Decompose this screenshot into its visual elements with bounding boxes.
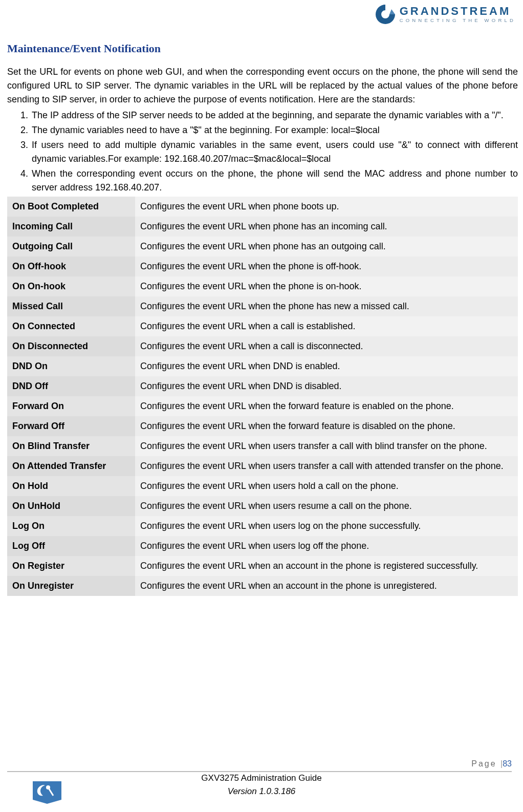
event-name: On Register bbox=[7, 556, 135, 576]
event-name: On UnHold bbox=[7, 496, 135, 516]
event-name: Missed Call bbox=[7, 296, 135, 316]
table-row: On Off-hookConfigures the event URL when… bbox=[7, 257, 518, 276]
event-desc: Configures the event URL when phone has … bbox=[135, 237, 518, 257]
table-row: On On-hookConfigures the event URL when … bbox=[7, 276, 518, 296]
event-desc: Configures the event URL when users tran… bbox=[135, 436, 518, 456]
footer-guide: GXV3275 Administration Guide bbox=[0, 772, 523, 785]
table-row: DND OnConfigures the event URL when DND … bbox=[7, 356, 518, 376]
event-desc: Configures the event URL when a call is … bbox=[135, 336, 518, 356]
table-row: Log OffConfigures the event URL when use… bbox=[7, 536, 518, 556]
table-row: On DisconnectedConfigures the event URL … bbox=[7, 336, 518, 356]
event-desc: Configures the event URL when phone boot… bbox=[135, 197, 518, 217]
event-desc: Configures the event URL when users resu… bbox=[135, 496, 518, 516]
event-name: DND Off bbox=[7, 376, 135, 396]
event-desc: Configures the event URL when the phone … bbox=[135, 276, 518, 296]
event-name: On Unregister bbox=[7, 576, 135, 596]
table-row: Forward OffConfigures the event URL when… bbox=[7, 416, 518, 436]
standards-list: The IP address of the SIP server needs t… bbox=[7, 109, 518, 195]
list-item: If users need to add multiple dynamic va… bbox=[31, 138, 518, 166]
table-row: Incoming CallConfigures the event URL wh… bbox=[7, 217, 518, 237]
table-row: DND OffConfigures the event URL when DND… bbox=[7, 376, 518, 396]
event-desc: Configures the event URL when users log … bbox=[135, 516, 518, 536]
logo-icon bbox=[374, 3, 397, 26]
table-row: On UnHoldConfigures the event URL when u… bbox=[7, 496, 518, 516]
table-row: On HoldConfigures the event URL when use… bbox=[7, 476, 518, 496]
event-name: On Disconnected bbox=[7, 336, 135, 356]
event-name: Log Off bbox=[7, 536, 135, 556]
section-title: Maintenance/Event Notification bbox=[7, 40, 518, 57]
svg-point-0 bbox=[46, 785, 50, 789]
table-row: Missed CallConfigures the event URL when… bbox=[7, 296, 518, 316]
event-desc: Configures the event URL when an account… bbox=[135, 556, 518, 576]
event-name: Incoming Call bbox=[7, 217, 135, 237]
event-name: On Blind Transfer bbox=[7, 436, 135, 456]
event-desc: Configures the event URL when the phone … bbox=[135, 257, 518, 276]
list-item: The dynamic variables need to have a "$"… bbox=[31, 123, 518, 137]
list-item: The IP address of the SIP server needs t… bbox=[31, 109, 518, 122]
brand-logo: GRANDSTREAM CONNECTING THE WORLD bbox=[374, 3, 516, 26]
table-row: Outgoing CallConfigures the event URL wh… bbox=[7, 237, 518, 257]
intro-paragraph: Set the URL for events on phone web GUI,… bbox=[7, 65, 518, 106]
event-name: Forward Off bbox=[7, 416, 135, 436]
event-name: Forward On bbox=[7, 396, 135, 416]
table-row: On RegisterConfigures the event URL when… bbox=[7, 556, 518, 576]
event-name: On On-hook bbox=[7, 276, 135, 296]
table-row: On ConnectedConfigures the event URL whe… bbox=[7, 316, 518, 336]
event-name: Log On bbox=[7, 516, 135, 536]
table-row: On UnregisterConfigures the event URL wh… bbox=[7, 576, 518, 596]
list-item: When the corresponding event occurs on t… bbox=[31, 167, 518, 195]
event-desc: Configures the event URL when DND is ena… bbox=[135, 356, 518, 376]
brand-name: GRANDSTREAM bbox=[400, 6, 516, 17]
page-number: Page |83 bbox=[471, 758, 512, 770]
event-desc: Configures the event URL when the forwar… bbox=[135, 396, 518, 416]
events-table: On Boot CompletedConfigures the event UR… bbox=[7, 197, 518, 596]
event-name: Outgoing Call bbox=[7, 237, 135, 257]
event-name: DND On bbox=[7, 356, 135, 376]
event-desc: Configures the event URL when the forwar… bbox=[135, 416, 518, 436]
event-desc: Configures the event URL when users log … bbox=[135, 536, 518, 556]
event-desc: Configures the event URL when users hold… bbox=[135, 476, 518, 496]
event-desc: Configures the event URL when an account… bbox=[135, 576, 518, 596]
event-name: On Hold bbox=[7, 476, 135, 496]
table-row: On Boot CompletedConfigures the event UR… bbox=[7, 197, 518, 217]
table-row: On Blind TransferConfigures the event UR… bbox=[7, 436, 518, 456]
table-row: Log OnConfigures the event URL when user… bbox=[7, 516, 518, 536]
event-name: On Boot Completed bbox=[7, 197, 135, 217]
event-name: On Attended Transfer bbox=[7, 456, 135, 476]
page-num: 83 bbox=[503, 759, 512, 768]
page-label: Page bbox=[471, 759, 500, 768]
brand-tagline: CONNECTING THE WORLD bbox=[400, 18, 516, 23]
table-row: On Attended TransferConfigures the event… bbox=[7, 456, 518, 476]
event-name: On Off-hook bbox=[7, 257, 135, 276]
event-desc: Configures the event URL when phone has … bbox=[135, 217, 518, 237]
table-row: Forward OnConfigures the event URL when … bbox=[7, 396, 518, 416]
footer: GXV3275 Administration Guide Version 1.0… bbox=[0, 772, 523, 798]
footer-flag-icon bbox=[33, 781, 61, 808]
event-name: On Connected bbox=[7, 316, 135, 336]
event-desc: Configures the event URL when DND is dis… bbox=[135, 376, 518, 396]
event-desc: Configures the event URL when users tran… bbox=[135, 456, 518, 476]
footer-version: Version 1.0.3.186 bbox=[0, 785, 523, 798]
event-desc: Configures the event URL when a call is … bbox=[135, 316, 518, 336]
event-desc: Configures the event URL when the phone … bbox=[135, 296, 518, 316]
